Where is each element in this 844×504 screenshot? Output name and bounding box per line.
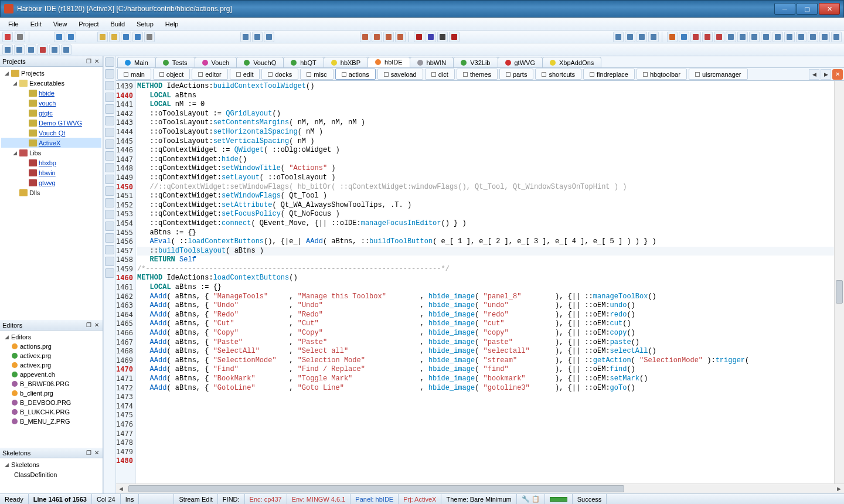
panel-tab-main[interactable]: Main [117,57,156,67]
gutter-icon[interactable] [105,93,114,102]
sec-btn-5[interactable] [49,45,60,55]
dropdown-button[interactable] [15,32,25,42]
gutter-icon[interactable] [105,198,114,207]
sec-btn-6[interactable] [61,45,72,55]
build-button-2[interactable] [372,32,382,42]
sec-btn-4[interactable] [38,45,48,55]
build-button-4[interactable] [395,32,406,42]
menu-view[interactable]: View [47,19,73,29]
tab-close-button[interactable]: ✕ [832,69,843,80]
menu-build[interactable]: Build [105,19,131,29]
open-button[interactable] [109,32,120,42]
maximize-button[interactable]: ▢ [797,3,818,15]
view-button-3[interactable] [637,32,647,42]
projects-tree[interactable]: ◢Projects◢ExecutableshbidevouchgtqtcDemo… [0,67,103,320]
project-tree-item[interactable]: hbxbp [1,158,101,168]
panel-float-icon[interactable]: ❐ [85,449,92,457]
build-button-8[interactable] [449,32,460,42]
project-tree-item[interactable]: ◢Projects [1,68,101,78]
skeletons-root[interactable]: ◢Skeletons [1,459,101,469]
tool-button-c[interactable] [264,32,274,42]
misc-button-2[interactable] [737,32,748,42]
view-button-2[interactable] [625,32,635,42]
misc-button-9[interactable] [819,32,830,42]
project-tree-item[interactable]: Dlls [1,188,101,197]
project-tree-item[interactable]: gtwvg [1,178,101,188]
view-button-4[interactable] [648,32,659,42]
file-tab-editor[interactable]: editor [192,69,228,80]
file-tab-edit[interactable]: edit [230,69,260,80]
gutter-icon[interactable] [105,222,114,231]
sec-btn-1[interactable] [2,45,13,55]
file-tab-shortcuts[interactable]: shortcuts [535,69,581,80]
misc-button-8[interactable] [808,32,818,42]
menu-file[interactable]: File [2,19,25,29]
project-tree-item[interactable]: hbide [1,88,101,98]
project-tree-item[interactable]: hbwin [1,168,101,178]
build-button-5[interactable] [414,32,424,42]
gutter-icon[interactable] [105,186,114,196]
panel-tab-hbqt[interactable]: hbQT [283,57,324,67]
gutter-icon[interactable] [105,163,114,172]
editor-list-item[interactable]: actions.prg [1,342,101,351]
redo-button[interactable] [66,32,76,42]
tool-button-a[interactable] [240,32,251,42]
view-button-1[interactable] [613,32,624,42]
menu-setup[interactable]: Setup [131,19,159,29]
project-tree-item[interactable]: Vouch Qt [1,128,101,138]
code-content[interactable]: METHOD IdeActions:buildContextToolWidget… [136,81,834,483]
gutter-icon[interactable] [105,175,114,184]
tabs-next-button[interactable]: ▶ [821,69,831,80]
misc-button-4[interactable] [761,32,771,42]
sec-btn-2[interactable] [14,45,25,55]
panel-close-icon[interactable]: ✕ [93,449,100,457]
gutter-icon[interactable] [105,69,114,79]
file-tab-dict[interactable]: dict [425,69,455,80]
file-tab-object[interactable]: object [153,69,190,80]
gutter-icon[interactable] [105,268,114,278]
save-button[interactable] [121,32,131,42]
panel-tab-vouchq[interactable]: VouchQ [236,57,284,67]
project-tree-item[interactable]: vouch [1,98,101,108]
gutter-icon[interactable] [105,210,114,219]
minimize-button[interactable]: ─ [774,3,795,15]
misc-button-5[interactable] [772,32,783,42]
close-button[interactable]: ✕ [819,3,840,15]
editor-list-item[interactable]: B_MENU_Z.PRG [1,417,101,426]
panel-tab-xbpaddons[interactable]: XbpAddOns [542,57,601,67]
stop-button[interactable] [2,32,13,42]
misc-button-1[interactable] [726,32,736,42]
menu-project[interactable]: Project [73,19,104,29]
fn-button-3[interactable] [714,32,724,42]
misc-button-6[interactable] [784,32,795,42]
editors-list[interactable]: ◢Editorsactions.prgactivex.prgactivex.pr… [0,331,103,448]
tool-button-b[interactable] [252,32,263,42]
editors-root[interactable]: ◢Editors [1,332,101,342]
gutter-icon[interactable] [105,257,114,266]
file-tab-parts[interactable]: parts [499,69,533,80]
file-tab-themes[interactable]: themes [457,69,498,80]
skeletons-list[interactable]: ◢Skeletons ClassDefinition [0,458,103,493]
gutter-icon[interactable] [105,128,114,137]
editor-list-item[interactable]: b_client.prg [1,389,101,398]
tabs-prev-button[interactable]: ◀ [809,69,819,80]
file-tab-actions[interactable]: actions [335,69,376,80]
panel-float-icon[interactable]: ❐ [85,322,92,329]
misc-button-7[interactable] [796,32,806,42]
sec-btn-3[interactable] [26,45,36,55]
build-button-1[interactable] [360,32,370,42]
project-tree-item[interactable]: Demo GTWVG [1,118,101,128]
save-all-button[interactable] [132,32,143,42]
editor-list-item[interactable]: B_BRWF06.PRG [1,379,101,389]
project-tree-item[interactable]: ActiveX [1,138,101,148]
panel-close-icon[interactable]: ✕ [93,58,100,65]
file-tab-misc[interactable]: misc [300,69,333,80]
file-tab-main[interactable]: main [117,69,151,80]
gutter-icon[interactable] [105,104,114,114]
file-tab-docks[interactable]: docks [261,69,298,80]
build-button-6[interactable] [426,32,436,42]
misc-button-10[interactable] [831,32,842,42]
menu-help[interactable]: Help [159,19,185,29]
vertical-scrollbar[interactable] [834,81,844,483]
panel-tab-hbxbp[interactable]: hbXBP [324,57,368,67]
